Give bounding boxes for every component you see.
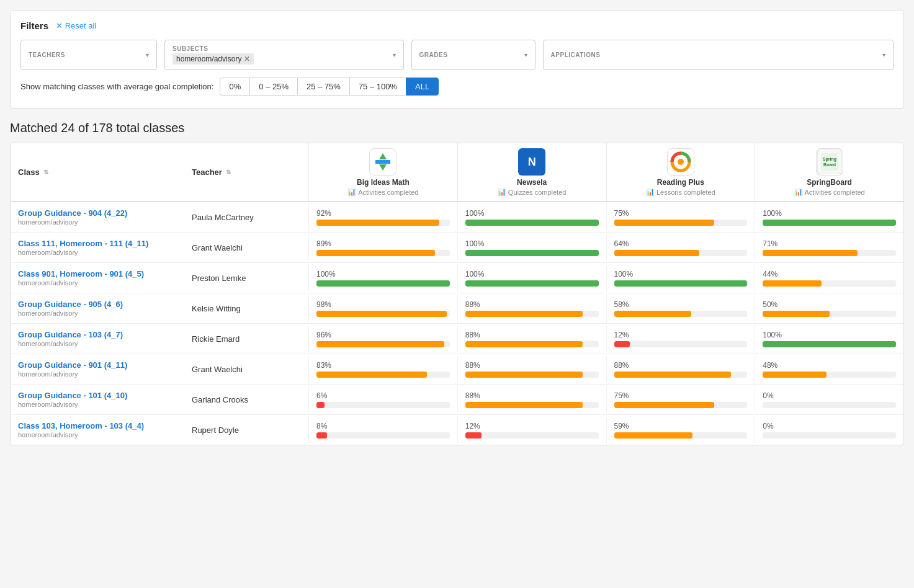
class-subtitle: homeroom/advisory xyxy=(18,370,177,378)
app2-cell: 88% xyxy=(457,356,606,383)
table-row: Group Guidance - 101 (4_10) homeroom/adv… xyxy=(11,385,903,415)
class-cell: Group Guidance - 904 (4_22) homeroom/adv… xyxy=(11,202,184,232)
class-subtitle: homeroom/advisory xyxy=(18,310,177,317)
app1-cell: 83% xyxy=(308,356,457,383)
filters-panel: Filters ✕ Reset all TEACHERS ▾ SUBJECTS … xyxy=(10,10,904,109)
class-subtitle: homeroom/advisory xyxy=(18,340,177,347)
grades-label: GRADES xyxy=(419,51,448,58)
teacher-cell: Grant Waelchi xyxy=(184,359,308,380)
subjects-label: SUBJECTS xyxy=(172,45,254,52)
big-ideas-math-name: Big Ideas Math xyxy=(357,178,410,187)
app2-cell: 12% xyxy=(457,417,606,443)
app1-cell: 8% xyxy=(308,417,457,443)
app1-cell: 100% xyxy=(308,265,457,292)
teacher-cell: Rupert Doyle xyxy=(184,419,308,441)
app1-cell: 89% xyxy=(308,234,457,261)
app3-cell: 75% xyxy=(606,204,755,231)
filters-title: Filters xyxy=(20,20,48,31)
col-big-ideas-math: Big Ideas Math 📊 Activities completed xyxy=(308,143,457,201)
class-link[interactable]: Class 901, Homeroom - 901 (4_5) xyxy=(18,269,144,278)
svg-text:Spring: Spring xyxy=(823,157,836,162)
table-row: Group Guidance - 904 (4_22) homeroom/adv… xyxy=(11,202,903,233)
subject-tag: homeroom/advisory ✕ xyxy=(172,53,254,65)
teacher-name: Paula McCartney xyxy=(192,213,254,222)
goal-btn-0[interactable]: 0% xyxy=(220,78,249,96)
applications-label: APPLICATIONS xyxy=(551,51,601,58)
class-link[interactable]: Group Guidance - 901 (4_11) xyxy=(18,360,127,370)
svg-rect-3 xyxy=(375,160,390,164)
table-row: Group Guidance - 905 (4_6) homeroom/advi… xyxy=(11,293,903,324)
teacher-cell: Kelsie Witting xyxy=(184,298,308,319)
data-table: Class ⇅ Teacher ⇅ Big Ideas Math 📊 Activ… xyxy=(10,143,904,445)
goal-btn-0-25[interactable]: 0 – 25% xyxy=(249,78,297,96)
newsela-name: Newsela xyxy=(517,178,547,187)
app2-cell: 100% xyxy=(457,204,606,231)
teacher-name: Kelsie Witting xyxy=(192,304,241,313)
col-springboard: Spring Board SpringBoard 📊 Activities co… xyxy=(755,143,903,201)
goal-label: Show matching classes with average goal … xyxy=(20,82,213,91)
class-link[interactable]: Class 103, Homeroom - 103 (4_4) xyxy=(18,421,144,430)
class-link[interactable]: Group Guidance - 905 (4_6) xyxy=(18,300,123,309)
bar-chart-icon: 📊 xyxy=(347,188,356,196)
table-row: Group Guidance - 103 (4_7) homeroom/advi… xyxy=(11,324,903,354)
class-cell: Group Guidance - 101 (4_10) homeroom/adv… xyxy=(11,385,184,414)
app4-cell: 48% xyxy=(755,356,903,383)
col-newsela: N Newsela 📊 Quizzes completed xyxy=(457,143,606,201)
class-link[interactable]: Group Guidance - 103 (4_7) xyxy=(18,330,123,339)
springboard-metric: 📊 Activities completed xyxy=(794,188,865,196)
app1-cell: 6% xyxy=(308,386,457,413)
app4-cell: 50% xyxy=(755,295,903,322)
grades-dropdown[interactable]: GRADES ▾ xyxy=(411,40,535,70)
teacher-cell: Garland Crooks xyxy=(184,389,308,411)
app2-cell: 100% xyxy=(457,265,606,292)
table-row: Class 901, Homeroom - 901 (4_5) homeroom… xyxy=(11,263,903,293)
reset-all-button[interactable]: ✕ Reset all xyxy=(56,21,96,30)
springboard-chart-icon: 📊 xyxy=(794,188,803,196)
class-link[interactable]: Class 111, Homeroom - 111 (4_11) xyxy=(18,239,148,248)
teacher-cell: Paula McCartney xyxy=(184,207,308,228)
results-summary: Matched 24 of 178 total classes xyxy=(10,121,904,135)
app3-cell: 100% xyxy=(606,265,755,292)
class-cell: Group Guidance - 905 (4_6) homeroom/advi… xyxy=(11,293,184,323)
class-cell: Class 111, Homeroom - 111 (4_11) homeroo… xyxy=(11,233,184,262)
reading-plus-icon xyxy=(667,148,694,176)
class-subtitle: homeroom/advisory xyxy=(18,218,177,226)
table-row: Class 103, Homeroom - 103 (4_4) homeroom… xyxy=(11,415,903,445)
app4-cell: 71% xyxy=(755,234,903,261)
teachers-label: TEACHERS xyxy=(29,51,65,58)
goal-btn-25-75[interactable]: 25 – 75% xyxy=(297,78,349,96)
goal-btn-all[interactable]: ALL xyxy=(406,78,439,96)
grades-chevron-icon: ▾ xyxy=(524,51,527,58)
teacher-sort-icon[interactable]: ⇅ xyxy=(226,169,231,176)
app4-cell: 44% xyxy=(755,265,903,292)
teacher-name: Preston Lemke xyxy=(192,274,246,283)
class-sort-icon[interactable]: ⇅ xyxy=(43,169,48,176)
teacher-name: Rupert Doyle xyxy=(192,425,239,435)
goal-btn-75-100[interactable]: 75 – 100% xyxy=(349,78,406,96)
newsela-metric: 📊 Quizzes completed xyxy=(498,188,567,196)
teacher-name: Garland Crooks xyxy=(192,395,248,404)
class-cell: Group Guidance - 103 (4_7) homeroom/advi… xyxy=(11,324,184,354)
big-ideas-math-icon xyxy=(369,148,397,176)
teachers-dropdown[interactable]: TEACHERS ▾ xyxy=(20,40,157,70)
app3-cell: 59% xyxy=(606,417,755,443)
app2-cell: 88% xyxy=(457,326,606,352)
app3-cell: 88% xyxy=(606,356,755,383)
table-header: Class ⇅ Teacher ⇅ Big Ideas Math 📊 Activ… xyxy=(11,143,903,202)
applications-dropdown[interactable]: APPLICATIONS ▾ xyxy=(543,40,894,70)
teacher-cell: Rickie Emard xyxy=(184,328,308,350)
class-link[interactable]: Group Guidance - 101 (4_10) xyxy=(18,391,127,400)
app4-cell: 0% xyxy=(755,386,903,413)
goal-buttons: 0% 0 – 25% 25 – 75% 75 – 100% ALL xyxy=(220,78,439,96)
teacher-name: Grant Waelchi xyxy=(192,243,243,252)
class-cell: Group Guidance - 901 (4_11) homeroom/adv… xyxy=(11,354,184,384)
filters-header: Filters ✕ Reset all xyxy=(20,20,894,31)
goal-completion-bar: Show matching classes with average goal … xyxy=(20,70,894,98)
subject-tag-remove[interactable]: ✕ xyxy=(244,55,250,63)
app3-cell: 12% xyxy=(606,326,755,352)
applications-chevron-icon: ▾ xyxy=(882,51,885,58)
subjects-dropdown[interactable]: SUBJECTS homeroom/advisory ✕ ▾ xyxy=(164,40,404,70)
class-link[interactable]: Group Guidance - 904 (4_22) xyxy=(18,208,127,218)
app2-cell: 100% xyxy=(457,234,606,261)
class-subtitle: homeroom/advisory xyxy=(18,249,177,256)
